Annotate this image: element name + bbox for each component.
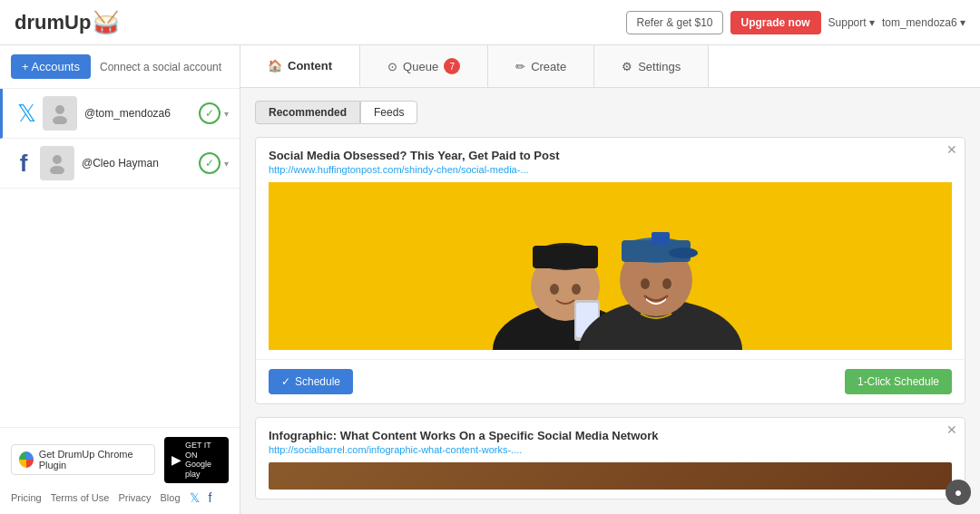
- facebook-dropdown-arrow[interactable]: ▾: [224, 159, 229, 169]
- facebook-verified-badge: ✓: [199, 152, 220, 174]
- tab-settings-label: Settings: [638, 60, 681, 73]
- header-actions: Refer & get $10 Upgrade now Support ▾ to…: [626, 11, 965, 34]
- accounts-button[interactable]: Accounts: [11, 54, 91, 79]
- schedule-label-1: Schedule: [295, 375, 340, 388]
- sidebar-header: Accounts Connect a social account: [0, 45, 240, 89]
- connect-text: Connect a social account: [100, 61, 221, 73]
- footer-terms-link[interactable]: Terms of Use: [51, 492, 110, 503]
- content-card-2: ✕ Infographic: What Content Works On a S…: [255, 417, 965, 499]
- main-content: 🏠 Content ⊙ Queue 7 ✏ Create ⚙ Settings …: [240, 45, 980, 514]
- schedule-button-1[interactable]: ✓ Schedule: [269, 369, 353, 394]
- svg-rect-8: [533, 246, 598, 268]
- twitter-verified-badge: ✓: [199, 102, 220, 124]
- clock-icon: ⊙: [387, 60, 397, 73]
- pencil-icon: ✏: [515, 60, 525, 73]
- card-2-image-partial: [269, 462, 952, 490]
- card-1-url[interactable]: http://www.huffingtonpost.com/shindy-che…: [269, 164, 952, 175]
- tab-content-label: Content: [288, 59, 332, 73]
- card-1-actions: ✓ Schedule 1-Click Schedule: [256, 359, 965, 403]
- tab-create[interactable]: ✏ Create: [488, 45, 594, 87]
- facebook-social-link[interactable]: f: [209, 490, 212, 505]
- google-play-icon: ▶: [172, 452, 181, 467]
- app-header: drumUp 🥁 Refer & get $10 Upgrade now Sup…: [0, 0, 980, 45]
- one-click-button-1[interactable]: 1-Click Schedule: [845, 369, 952, 394]
- gear-icon: ⚙: [622, 60, 632, 73]
- google-play-badge[interactable]: ▶ GET IT ONGoogle play: [164, 437, 229, 483]
- footer-blog-link[interactable]: Blog: [160, 492, 180, 503]
- footer-pricing-link[interactable]: Pricing: [11, 492, 42, 503]
- tab-queue[interactable]: ⊙ Queue 7: [360, 45, 488, 87]
- chrome-plugin-label: Get DrumUp Chrome Plugin: [39, 449, 147, 470]
- svg-point-19: [641, 278, 650, 289]
- twitter-icon-wrap: 𝕏: [14, 96, 39, 131]
- facebook-icon: f: [20, 150, 28, 178]
- card-1-close[interactable]: ✕: [946, 143, 957, 156]
- facebook-avatar-icon: [46, 152, 68, 174]
- facebook-icon-wrap: f: [11, 146, 36, 180]
- app-logo: drumUp 🥁: [15, 10, 120, 35]
- footer-links: Pricing Terms of Use Privacy Blog 𝕏 f: [11, 490, 229, 505]
- twitter-social-link[interactable]: 𝕏: [190, 490, 200, 505]
- svg-point-1: [53, 116, 67, 124]
- refer-button[interactable]: Refer & get $10: [626, 11, 722, 34]
- account-item-facebook[interactable]: f @Cleo Hayman ✓ ▾: [0, 139, 240, 189]
- main-tabs: 🏠 Content ⊙ Queue 7 ✏ Create ⚙ Settings: [240, 45, 980, 88]
- svg-point-2: [53, 155, 62, 164]
- filter-recommended[interactable]: Recommended: [255, 101, 360, 124]
- main-layout: Accounts Connect a social account 𝕏 @tom…: [0, 45, 980, 514]
- card-2-title: Infographic: What Content Works On a Spe…: [269, 429, 952, 442]
- plugin-row: Get DrumUp Chrome Plugin ▶ GET IT ONGoog…: [11, 437, 229, 483]
- tab-create-label: Create: [531, 60, 566, 73]
- svg-point-20: [662, 278, 671, 289]
- queue-badge: 7: [444, 58, 460, 74]
- user-menu-button[interactable]: tom_mendoza6 ▾: [882, 16, 965, 29]
- tab-settings[interactable]: ⚙ Settings: [594, 45, 709, 87]
- sidebar-footer: Get DrumUp Chrome Plugin ▶ GET IT ONGoog…: [0, 427, 240, 514]
- content-card-1: ✕ Social Media Obsessed? This Year, Get …: [255, 137, 965, 404]
- home-icon: 🏠: [268, 59, 282, 73]
- filter-row: Recommended Feeds: [255, 101, 965, 124]
- svg-rect-17: [652, 232, 670, 246]
- logo-text-up: Up: [64, 11, 91, 34]
- upgrade-button[interactable]: Upgrade now: [730, 11, 821, 34]
- card-1-image: [269, 182, 952, 350]
- card-1-title: Social Media Obsessed? This Year, Get Pa…: [269, 149, 952, 162]
- twitter-dropdown-arrow[interactable]: ▾: [224, 109, 229, 119]
- svg-point-9: [550, 284, 559, 295]
- chrome-icon: [19, 451, 34, 468]
- card-1-body: ✕ Social Media Obsessed? This Year, Get …: [256, 138, 965, 359]
- support-button[interactable]: Support ▾: [828, 16, 875, 29]
- logo-icon: 🥁: [93, 10, 120, 35]
- svg-point-10: [572, 284, 581, 295]
- twitter-avatar-icon: [49, 102, 71, 124]
- content-area: Recommended Feeds ✕ Social Media Obsesse…: [240, 88, 980, 514]
- google-play-label: GET IT ONGoogle play: [185, 441, 221, 480]
- card-2-body: ✕ Infographic: What Content Works On a S…: [256, 418, 965, 499]
- svg-point-3: [50, 166, 64, 174]
- twitter-icon: 𝕏: [17, 100, 36, 128]
- filter-feeds[interactable]: Feeds: [360, 101, 417, 124]
- card-2-close[interactable]: ✕: [946, 423, 957, 436]
- chrome-plugin-badge[interactable]: Get DrumUp Chrome Plugin: [11, 444, 155, 475]
- tab-content[interactable]: 🏠 Content: [240, 45, 360, 87]
- svg-point-0: [55, 105, 64, 114]
- account-item-twitter[interactable]: 𝕏 @tom_mendoza6 ✓ ▾: [0, 89, 240, 139]
- card-1-image-svg: [416, 182, 806, 350]
- tab-queue-label: Queue: [403, 60, 438, 73]
- card-2-url[interactable]: http://socialbarrel.com/infographic-what…: [269, 444, 952, 455]
- up-arrow-icon: ●: [955, 485, 962, 499]
- twitter-handle: @tom_mendoza6: [84, 107, 199, 120]
- scroll-to-top-button[interactable]: ●: [946, 480, 971, 505]
- sidebar: Accounts Connect a social account 𝕏 @tom…: [0, 45, 240, 514]
- facebook-handle: @Cleo Hayman: [82, 157, 199, 170]
- svg-point-18: [669, 247, 698, 258]
- checkmark-icon: ✓: [281, 375, 290, 388]
- logo-text-drum: drum: [15, 11, 64, 34]
- footer-privacy-link[interactable]: Privacy: [118, 492, 151, 503]
